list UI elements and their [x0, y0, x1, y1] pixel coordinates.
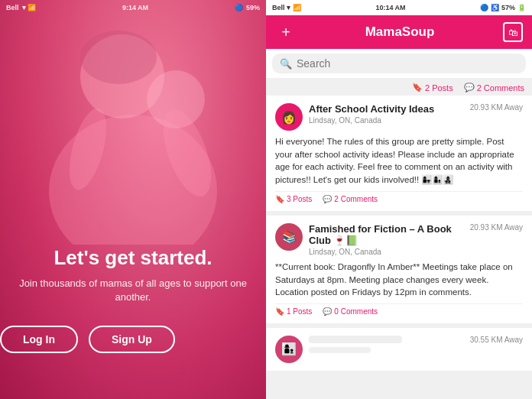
partial-card-meta [309, 336, 464, 353]
comment-icon: 💬 [464, 83, 475, 92]
status-battery-left: 🔵 59% [235, 4, 260, 11]
card-2-meta: Famished for Fiction – A Book Club 🍷📗 Li… [309, 223, 464, 256]
card-2-footer: 🔖 1 Posts 💬 0 Comments [275, 303, 523, 316]
search-bar: 🔍 [266, 49, 532, 78]
left-subtitle: Join thousands of mamas of all ages to s… [0, 277, 266, 304]
card-1-meta: After School Activity Ideas Lindsay, ON,… [309, 103, 464, 125]
card-2-avatar: 📚 [275, 223, 303, 251]
left-buttons: Log In Sign Up [0, 326, 266, 353]
card-1-posts: 🔖 3 Posts [275, 195, 312, 203]
bag-icon: 🛍 [508, 27, 518, 38]
search-input[interactable] [297, 57, 518, 70]
comment-icon-2: 💬 [323, 307, 332, 316]
card-1-comments: 💬 2 Comments [323, 195, 378, 203]
search-input-wrap: 🔍 [272, 54, 526, 73]
feed: 🔖 2 Posts 💬 2 Comments 👩 After School Ac… [266, 78, 532, 399]
signup-button[interactable]: Sign Up [89, 326, 175, 353]
card-2[interactable]: 📚 Famished for Fiction – A Book Club 🍷📗 … [266, 216, 532, 323]
left-panel: Bell ▾ 📶 9:14 AM 🔵 59% Let's get started… [0, 0, 266, 399]
stats-row: 🔖 2 Posts 💬 2 Comments [266, 78, 532, 96]
card-1[interactable]: 👩 After School Activity Ideas Lindsay, O… [266, 96, 532, 211]
card-1-distance: 20.93 KM Away [470, 103, 523, 112]
card-1-title: After School Activity Ideas [309, 103, 464, 115]
bag-icon-box[interactable]: 🛍 [503, 22, 523, 42]
bookmark-icon-small: 🔖 [275, 195, 284, 203]
left-content: Let's get started. Join thousands of mam… [0, 246, 266, 353]
partial-card[interactable]: 👩‍👦 30.55 KM Away [266, 328, 532, 371]
right-battery: 🔵 ♿ 57% 🔋 [480, 4, 526, 11]
card-2-location: Lindsay, ON, Canada [309, 248, 464, 256]
right-panel: Bell ▾ 📶 10:14 AM 🔵 ♿ 57% 🔋 + MamaSoup 🛍… [266, 0, 532, 399]
right-carrier: Bell ▾ 📶 [272, 4, 301, 11]
card-1-avatar: 👩 [275, 103, 303, 131]
nav-title: MamaSoup [297, 24, 503, 40]
posts-stat: 🔖 2 Posts [412, 83, 453, 92]
card-1-location: Lindsay, ON, Canada [309, 116, 464, 125]
card-2-header: 📚 Famished for Fiction – A Book Club 🍷📗 … [275, 223, 523, 256]
svg-point-3 [80, 31, 157, 84]
card-2-distance: 20.93 KM Away [470, 223, 523, 232]
add-button[interactable]: + [275, 24, 297, 41]
card-2-title: Famished for Fiction – A Book Club 🍷📗 [309, 223, 464, 247]
card-1-body: Hi everyone! The rules of this group are… [275, 135, 523, 187]
card-2-body: **Current book: Dragonfly In Amber** Mee… [275, 261, 523, 299]
status-carrier-left: Bell ▾ 📶 [6, 4, 36, 11]
login-button[interactable]: Log In [0, 326, 78, 353]
comments-stat: 💬 2 Comments [464, 83, 524, 92]
bookmark-icon-2: 🔖 [275, 307, 284, 316]
bookmark-icon: 🔖 [412, 83, 423, 92]
partial-card-distance: 30.55 KM Away [470, 336, 523, 344]
left-title: Let's get started. [0, 246, 266, 270]
partial-card-title-placeholder [309, 336, 402, 343]
search-icon: 🔍 [280, 58, 292, 70]
card-2-posts: 🔖 1 Posts [275, 307, 312, 316]
card-1-header: 👩 After School Activity Ideas Lindsay, O… [275, 103, 523, 131]
right-status-bar: Bell ▾ 📶 10:14 AM 🔵 ♿ 57% 🔋 [266, 0, 532, 15]
comment-icon-small: 💬 [323, 195, 332, 203]
left-status-bar: Bell ▾ 📶 9:14 AM 🔵 59% [0, 0, 266, 15]
status-time-left: 9:14 AM [122, 4, 148, 11]
partial-card-location-placeholder [309, 347, 371, 353]
partial-card-avatar: 👩‍👦 [275, 336, 303, 363]
card-2-comments: 💬 0 Comments [323, 307, 378, 316]
right-nav: + MamaSoup 🛍 [266, 15, 532, 49]
right-time: 10:14 AM [375, 4, 405, 11]
card-1-footer: 🔖 3 Posts 💬 2 Comments [275, 191, 523, 203]
